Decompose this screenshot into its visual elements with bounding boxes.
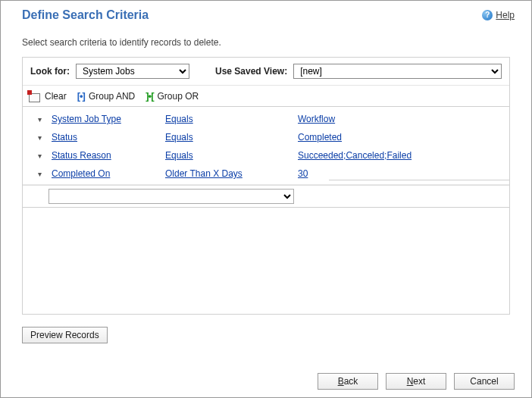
chevron-down-icon[interactable]: ▾: [38, 115, 47, 124]
operator-link[interactable]: Equals: [165, 150, 298, 161]
clear-icon: [29, 91, 41, 102]
operator-link[interactable]: Equals: [165, 132, 298, 143]
back-button[interactable]: Back: [318, 373, 378, 390]
value-link[interactable]: 30: [298, 168, 308, 179]
operator-link[interactable]: Equals: [165, 114, 298, 124]
instruction-text: Select search criteria to identify recor…: [1, 25, 531, 57]
criteria-row: ▾ Status Reason Equals Succeeded;Cancele…: [23, 146, 509, 165]
cancel-button[interactable]: Cancel: [454, 373, 515, 390]
toolbar: Clear [•] Group AND ]•[ Group OR: [23, 86, 509, 107]
group-or-icon: ]•[: [146, 90, 153, 102]
field-link[interactable]: Status Reason: [52, 150, 165, 161]
clear-button[interactable]: Clear: [29, 91, 67, 102]
savedview-label: Use Saved View:: [215, 66, 287, 77]
panel-spacer: [23, 208, 509, 314]
group-or-label: Group OR: [157, 91, 199, 102]
help-icon: ?: [482, 10, 493, 20]
chevron-down-icon[interactable]: ▾: [38, 152, 47, 160]
criteria-row: ▾ System Job Type Equals Workflow: [23, 110, 509, 128]
field-link[interactable]: System Job Type: [52, 114, 165, 124]
lookfor-select[interactable]: System Jobs: [76, 64, 189, 79]
next-button[interactable]: Next: [386, 373, 446, 390]
group-and-label: Group AND: [89, 91, 135, 102]
value-link[interactable]: Succeeded;Canceled;Failed: [298, 150, 412, 161]
clear-label: Clear: [45, 91, 67, 102]
new-criteria-row: [23, 185, 509, 208]
criteria-row: ▾ Completed On Older Than X Days 30: [23, 165, 509, 183]
criteria-grid: ▾ System Job Type Equals Workflow ▾ Stat…: [23, 107, 509, 208]
value-link[interactable]: Workflow: [298, 114, 335, 124]
help-link[interactable]: ? Help: [482, 10, 515, 20]
field-link[interactable]: Completed On: [52, 168, 165, 179]
preview-records-button[interactable]: Preview Records: [22, 327, 108, 343]
chevron-down-icon[interactable]: ▾: [38, 170, 47, 178]
group-and-button[interactable]: [•] Group AND: [77, 90, 136, 102]
operator-link[interactable]: Older Than X Days: [165, 168, 298, 179]
chevron-down-icon[interactable]: ▾: [38, 133, 47, 142]
criteria-panel: Look for: System Jobs Use Saved View: [n…: [22, 57, 510, 315]
criteria-row: ▾ Status Equals Completed: [23, 128, 509, 146]
help-label: Help: [496, 10, 515, 20]
group-or-button[interactable]: ]•[ Group OR: [146, 90, 199, 102]
row-divider: [329, 180, 509, 180]
new-field-select[interactable]: [49, 189, 294, 204]
value-link[interactable]: Completed: [298, 132, 342, 143]
lookfor-label: Look for:: [30, 66, 70, 77]
group-and-icon: [•]: [77, 90, 85, 102]
panel-top-row: Look for: System Jobs Use Saved View: [n…: [23, 58, 509, 86]
page-title: Define Search Criteria: [22, 8, 149, 22]
field-link[interactable]: Status: [52, 132, 165, 143]
footer-buttons: Back Next Cancel: [318, 373, 515, 390]
savedview-select[interactable]: [new]: [293, 64, 502, 79]
